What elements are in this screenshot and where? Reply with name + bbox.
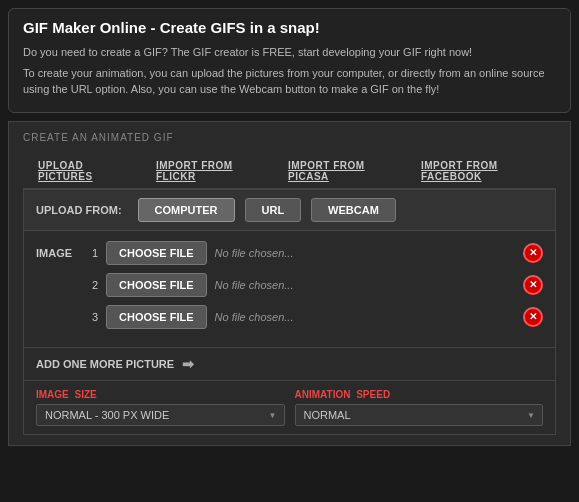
tab-upload-pictures[interactable]: UPLOAD PICTURES [23, 153, 141, 188]
header-section: GIF Maker Online - Create GIFS in a snap… [8, 8, 571, 113]
image-size-group: IMAGE SIZE NORMAL - 300 PX WIDE SMALL - … [36, 389, 285, 426]
row-number-2: 2 [84, 279, 98, 291]
animation-speed-group: ANIMATION SPEED NORMAL SLOW FAST [295, 389, 544, 426]
choose-file-button-3[interactable]: CHOOSE FILE [106, 305, 207, 329]
table-row: 3 CHOOSE FILE No file chosen... [36, 305, 543, 329]
settings-row: IMAGE SIZE NORMAL - 300 PX WIDE SMALL - … [23, 381, 556, 435]
remove-button-2[interactable] [523, 275, 543, 295]
upload-from-row: UPLOAD FROM: COMPUTER URL WEBCAM [23, 189, 556, 231]
image-size-select-wrapper: NORMAL - 300 PX WIDE SMALL - 200 PX WIDE… [36, 404, 285, 426]
image-size-select[interactable]: NORMAL - 300 PX WIDE SMALL - 200 PX WIDE… [36, 404, 285, 426]
section-title: CREATE AN ANIMATED GIF [23, 132, 556, 143]
table-row: 2 CHOOSE FILE No file chosen... [36, 273, 543, 297]
animation-speed-select-wrapper: NORMAL SLOW FAST [295, 404, 544, 426]
tab-import-facebook[interactable]: IMPORT FROM FACEBOOK [406, 153, 556, 188]
add-more-button[interactable]: ADD ONE MORE PICTURE ➡ [23, 348, 556, 381]
choose-file-button-1[interactable]: CHOOSE FILE [106, 241, 207, 265]
arrow-icon: ➡ [182, 356, 194, 372]
file-name-2: No file chosen... [215, 279, 515, 291]
animation-speed-select[interactable]: NORMAL SLOW FAST [295, 404, 544, 426]
row-number-3: 3 [84, 311, 98, 323]
main-section: CREATE AN ANIMATED GIF UPLOAD PICTURES I… [8, 121, 571, 446]
table-row: IMAGE 1 CHOOSE FILE No file chosen... [36, 241, 543, 265]
tab-import-flickr[interactable]: IMPORT FROM FLICKR [141, 153, 273, 188]
page-title: GIF Maker Online - Create GIFS in a snap… [23, 19, 556, 36]
images-area: IMAGE 1 CHOOSE FILE No file chosen... 2 … [23, 231, 556, 348]
image-label-1: IMAGE [36, 247, 76, 259]
header-desc2: To create your animation, you can upload… [23, 65, 556, 98]
animation-speed-title: ANIMATION SPEED [295, 389, 544, 400]
file-name-3: No file chosen... [215, 311, 515, 323]
choose-file-button-2[interactable]: CHOOSE FILE [106, 273, 207, 297]
webcam-button[interactable]: WEBCAM [311, 198, 396, 222]
tab-import-picasa[interactable]: IMPORT FROM PICASA [273, 153, 406, 188]
remove-button-1[interactable] [523, 243, 543, 263]
remove-button-3[interactable] [523, 307, 543, 327]
header-desc1: Do you need to create a GIF? The GIF cre… [23, 44, 556, 61]
add-more-label: ADD ONE MORE PICTURE [36, 358, 174, 370]
image-size-title: IMAGE SIZE [36, 389, 285, 400]
url-button[interactable]: URL [245, 198, 302, 222]
file-name-1: No file chosen... [215, 247, 515, 259]
row-number-1: 1 [84, 247, 98, 259]
upload-from-label: UPLOAD FROM: [36, 204, 122, 216]
computer-button[interactable]: COMPUTER [138, 198, 235, 222]
tabs-row: UPLOAD PICTURES IMPORT FROM FLICKR IMPOR… [23, 153, 556, 189]
